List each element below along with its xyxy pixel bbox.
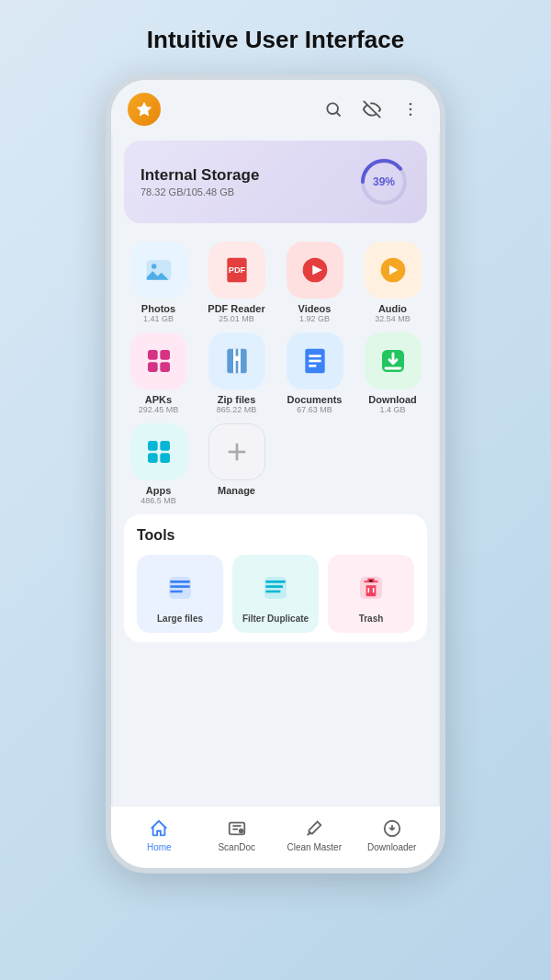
zip-label: Zip files xyxy=(218,394,256,405)
category-pdf[interactable]: PDF PDF Reader 25.01 MB xyxy=(202,242,271,323)
svg-text:PDF: PDF xyxy=(228,265,245,275)
audio-label: Audio xyxy=(378,303,407,314)
page-title: Intuitive User Interface xyxy=(147,26,404,54)
category-apks[interactable]: APKs 292.45 MB xyxy=(124,332,193,414)
pdf-icon: PDF xyxy=(208,242,265,299)
zip-size: 865.22 MB xyxy=(217,405,257,414)
audio-icon xyxy=(365,242,422,299)
category-download[interactable]: Download 1.4 GB xyxy=(358,332,427,414)
nav-downloader-label: Downloader xyxy=(367,842,416,852)
nav-scandoc[interactable]: ScanDoc xyxy=(209,817,264,852)
svg-rect-32 xyxy=(160,453,170,463)
tool-trash[interactable]: Trash xyxy=(328,555,414,633)
storage-title: Internal Storage xyxy=(141,166,259,185)
category-audio[interactable]: Audio 32.54 MB xyxy=(358,242,427,323)
manage-label: Manage xyxy=(218,485,255,496)
photos-size: 1.41 GB xyxy=(143,314,174,323)
phone-content: Internal Storage 78.32 GB/105.48 GB 39% xyxy=(111,133,440,805)
download-label: Download xyxy=(368,394,417,405)
apps-label: Apps xyxy=(146,485,172,496)
documents-size: 67.63 MB xyxy=(297,405,332,414)
svg-rect-18 xyxy=(160,362,170,372)
svg-point-5 xyxy=(410,114,412,117)
tools-title: Tools xyxy=(137,527,414,544)
scandoc-icon xyxy=(225,817,249,840)
svg-point-41 xyxy=(240,829,243,833)
phone-topbar xyxy=(111,80,440,133)
trash-label: Trash xyxy=(359,614,384,624)
svg-point-0 xyxy=(327,103,338,114)
nav-clean-label: Clean Master xyxy=(287,842,342,852)
tool-large-files[interactable]: Large files xyxy=(137,555,223,633)
documents-icon xyxy=(287,332,343,389)
category-videos[interactable]: Videos 1.92 GB xyxy=(280,242,349,323)
nav-clean[interactable]: Clean Master xyxy=(287,817,342,852)
category-documents[interactable]: Documents 67.63 MB xyxy=(280,332,349,414)
large-files-label: Large files xyxy=(157,614,203,624)
home-icon xyxy=(147,817,171,840)
videos-icon xyxy=(287,242,343,299)
download-icon xyxy=(365,332,422,389)
svg-rect-22 xyxy=(233,356,241,361)
nav-scandoc-label: ScanDoc xyxy=(218,842,255,852)
apks-label: APKs xyxy=(145,394,172,405)
clean-icon xyxy=(302,817,326,840)
downloader-icon xyxy=(380,817,404,840)
storage-info: Internal Storage 78.32 GB/105.48 GB xyxy=(141,166,259,197)
filter-dup-icon xyxy=(255,568,296,608)
svg-point-9 xyxy=(152,264,156,268)
audio-size: 32.54 MB xyxy=(375,314,410,323)
manage-icon xyxy=(208,423,265,480)
tool-filter-dup[interactable]: Filter Duplicate xyxy=(232,555,319,633)
svg-rect-15 xyxy=(148,350,158,360)
category-zip[interactable]: Zip files 865.22 MB xyxy=(202,332,271,414)
category-manage[interactable]: Manage xyxy=(202,423,271,505)
storage-percent: 39% xyxy=(373,175,395,188)
pdf-label: PDF Reader xyxy=(208,303,264,314)
videos-label: Videos xyxy=(298,303,332,314)
photos-icon xyxy=(130,242,187,299)
bottom-nav: Home ScanDoc Clean Master xyxy=(111,805,440,868)
apps-icon xyxy=(130,423,187,480)
storage-used: 78.32 GB/105.48 GB xyxy=(141,186,259,197)
svg-rect-17 xyxy=(148,362,158,372)
category-apps[interactable]: Apps 486.5 MB xyxy=(124,423,193,505)
nav-downloader[interactable]: Downloader xyxy=(365,817,420,852)
zip-icon xyxy=(208,332,265,389)
photos-label: Photos xyxy=(141,303,175,314)
svg-rect-30 xyxy=(160,441,170,451)
search-icon[interactable] xyxy=(320,96,346,122)
pdf-size: 25.01 MB xyxy=(219,314,254,323)
filter-dup-label: Filter Duplicate xyxy=(242,614,309,624)
topbar-icons xyxy=(320,96,423,122)
svg-line-1 xyxy=(337,113,341,117)
storage-card[interactable]: Internal Storage 78.32 GB/105.48 GB 39% xyxy=(124,141,427,223)
download-size: 1.4 GB xyxy=(379,405,405,414)
apps-size: 486.5 MB xyxy=(141,496,176,505)
svg-rect-31 xyxy=(148,453,158,463)
tools-grid: Large files Filter Duplicate xyxy=(137,555,414,633)
nav-home-label: Home xyxy=(147,842,172,852)
svg-point-4 xyxy=(410,108,412,111)
phone-frame: Internal Storage 78.32 GB/105.48 GB 39% xyxy=(106,74,445,873)
documents-label: Documents xyxy=(287,394,343,405)
trash-icon xyxy=(351,568,391,608)
nav-home[interactable]: Home xyxy=(131,817,186,852)
large-files-icon xyxy=(160,568,200,608)
app-logo xyxy=(128,93,161,126)
apks-size: 292.45 MB xyxy=(139,405,179,414)
svg-point-3 xyxy=(410,103,412,106)
apks-icon xyxy=(130,332,187,389)
storage-circle: 39% xyxy=(357,155,410,208)
category-photos[interactable]: Photos 1.41 GB xyxy=(124,242,193,323)
svg-rect-29 xyxy=(148,441,158,451)
tools-section: Tools Large files xyxy=(124,514,427,642)
category-grid: Photos 1.41 GB PDF PDF Reader 25.01 MB xyxy=(124,242,427,505)
more-vert-icon[interactable] xyxy=(398,96,423,122)
videos-size: 1.92 GB xyxy=(299,314,330,323)
eye-off-icon[interactable] xyxy=(359,96,385,122)
svg-rect-16 xyxy=(160,350,170,360)
